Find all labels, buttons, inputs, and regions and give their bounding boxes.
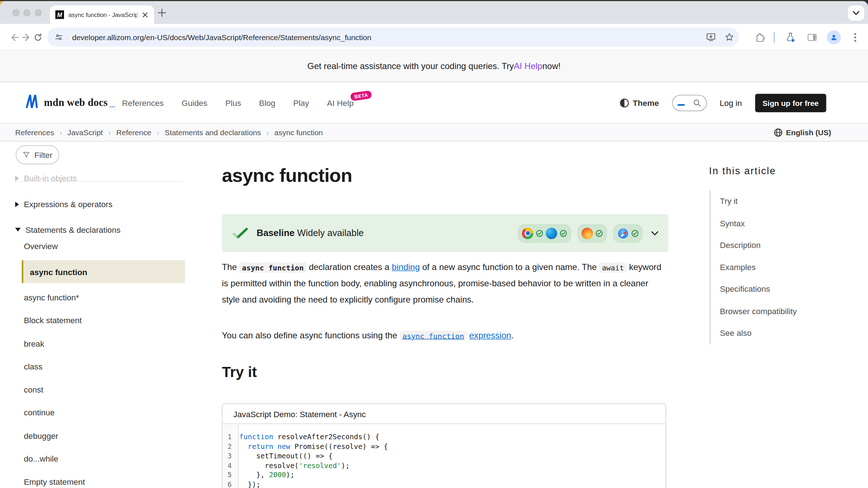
code-demo-box: JavaScript Demo: Statement - Async 1func…	[222, 403, 667, 488]
chrome-labs-flask-icon[interactable]	[783, 24, 798, 51]
browser-menu-icon[interactable]	[847, 24, 863, 51]
code-line-3: 3 setTimeout(() => {	[222, 451, 666, 461]
tab-close-icon[interactable]	[142, 11, 149, 18]
code-editor[interactable]: 1function resolveAfter2Seconds() { 2 ret…	[222, 424, 666, 488]
triangle-down-icon	[15, 228, 21, 232]
breadcrumb-javascript[interactable]: JavaScript	[67, 128, 103, 137]
breadcrumb-separator: ›	[108, 128, 111, 137]
main-nav: References Guides Plus Blog Play AI Help…	[122, 82, 354, 123]
beta-badge: BETA	[350, 90, 373, 101]
mdn-logo[interactable]: mdn web docs _	[25, 94, 115, 108]
tab-strip: M async function - JavaScript |	[0, 1, 868, 24]
text: You can also define async functions usin…	[222, 331, 400, 340]
toc-item-see-also[interactable]: See also	[720, 328, 752, 338]
safari-icon	[617, 227, 629, 239]
breadcrumb-reference[interactable]: Reference	[116, 128, 151, 137]
search-input[interactable]	[672, 95, 707, 111]
supported-check-icon	[631, 230, 639, 237]
sidebar-item-empty-statement[interactable]: Empty statement	[24, 477, 85, 487]
sidebar-item-block-statement[interactable]: Block statement	[24, 316, 82, 325]
async-function-expression-code-link[interactable]: async function	[400, 330, 467, 341]
binding-link[interactable]: binding	[392, 262, 420, 272]
person-icon	[830, 33, 838, 42]
page-title: async function	[222, 164, 352, 186]
demo-header: JavaScript Demo: Statement - Async	[222, 404, 666, 424]
login-link[interactable]: Log in	[720, 98, 742, 108]
sidebar-item-async-function-active[interactable]: async function	[22, 260, 185, 283]
filter-label: Filter	[34, 150, 52, 160]
baseline-label: Baseline Widely available	[257, 228, 364, 239]
install-app-icon[interactable]	[702, 24, 719, 51]
sidebar-item-do-while[interactable]: do...while	[24, 454, 58, 463]
expression-link[interactable]: expression	[469, 331, 511, 340]
traffic-light-close[interactable]	[13, 9, 20, 17]
extensions-puzzle-icon[interactable]	[753, 24, 768, 51]
text	[467, 331, 469, 340]
sidebar-item-const[interactable]: const	[24, 385, 43, 394]
toc-item-syntax[interactable]: Syntax	[720, 219, 745, 228]
line-number: 6	[222, 480, 236, 488]
site-info-icon[interactable]	[50, 24, 68, 51]
breadcrumb-references[interactable]: References	[15, 128, 54, 137]
reload-button[interactable]	[30, 24, 46, 51]
code-token	[239, 442, 248, 450]
toc-item-specifications[interactable]: Specifications	[720, 284, 770, 294]
nav-plus[interactable]: Plus	[225, 98, 241, 108]
language-selector[interactable]: English (US)	[774, 128, 831, 137]
address-bar[interactable]: developer.allizom.org/en-US/docs/Web/Jav…	[47, 28, 739, 47]
side-panel-icon[interactable]	[805, 24, 820, 51]
nav-guides[interactable]: Guides	[182, 98, 207, 108]
chrome-edge-support-pill	[518, 224, 571, 243]
logo-text: mdn web docs	[44, 97, 108, 108]
toc-item-description[interactable]: Description	[720, 240, 761, 250]
code-token: },	[239, 471, 269, 479]
promo-banner: Get real-time assistance with your codin…	[0, 51, 868, 83]
toc-item-try-it[interactable]: Try it	[720, 196, 738, 206]
sidebar-item-async-function-star[interactable]: async function*	[24, 293, 79, 302]
toc-item-examples[interactable]: Examples	[720, 262, 756, 272]
page-viewport: Get real-time assistance with your codin…	[0, 51, 868, 488]
sidebar-section-expressions[interactable]: Expressions & operators	[15, 200, 112, 209]
nav-ai-help[interactable]: AI Help BETA	[327, 98, 354, 108]
safari-support-pill	[613, 224, 643, 243]
sidebar-item-overview[interactable]: Overview	[24, 241, 58, 251]
signup-button[interactable]: Sign up for free	[755, 94, 826, 112]
profile-avatar[interactable]	[826, 24, 842, 51]
breadcrumb-current: async function	[275, 128, 323, 137]
breadcrumb-statements[interactable]: Statements and declarations	[165, 128, 261, 137]
traffic-light-zoom[interactable]	[35, 9, 42, 17]
sidebar-item-debugger[interactable]: debugger	[24, 431, 58, 441]
search-cursor	[677, 104, 685, 106]
tab-search-button[interactable]	[848, 5, 864, 21]
theme-toggle[interactable]: Theme	[620, 98, 659, 108]
sidebar-filter-button[interactable]: Filter	[16, 145, 59, 164]
nav-blog[interactable]: Blog	[259, 98, 275, 108]
nav-play[interactable]: Play	[293, 98, 309, 108]
nav-references[interactable]: References	[122, 98, 164, 108]
bookmark-star-icon[interactable]	[719, 24, 739, 51]
sidebar-divider	[15, 181, 183, 182]
browser-tab[interactable]: M async function - JavaScript |	[50, 5, 154, 24]
string-token: 'resolved'	[299, 461, 341, 470]
traffic-light-minimize[interactable]	[24, 9, 31, 17]
sidebar-item-class[interactable]: class	[24, 362, 42, 371]
browser-window: M async function - JavaScript |	[0, 1, 868, 488]
code-token	[273, 442, 277, 450]
sidebar-item-break[interactable]: break	[24, 339, 44, 348]
baseline-expand-chevron-icon[interactable]	[651, 231, 659, 236]
browser-toolbar: developer.allizom.org/en-US/docs/Web/Jav…	[0, 24, 868, 51]
mdn-logo-icon	[25, 94, 40, 108]
ai-help-promo-link[interactable]: AI Help	[514, 61, 542, 71]
chrome-icon	[522, 227, 533, 239]
toc-item-browser-compat[interactable]: Browser compatibility	[720, 307, 797, 316]
sidebar: Filter Built-in objects Expressions & op…	[0, 142, 195, 488]
firefox-icon	[582, 227, 593, 239]
new-tab-button[interactable]	[157, 8, 167, 18]
url-text[interactable]: developer.allizom.org/en-US/docs/Web/Jav…	[72, 33, 702, 42]
code-token: resolve(	[239, 461, 299, 470]
filter-funnel-icon	[22, 151, 31, 159]
sidebar-section-statements[interactable]: Statements & declarations	[15, 225, 120, 235]
breadcrumb: References › JavaScript › Reference › St…	[0, 123, 868, 142]
sidebar-item-continue[interactable]: continue	[24, 408, 55, 417]
mdn-favicon-icon: M	[55, 10, 64, 19]
